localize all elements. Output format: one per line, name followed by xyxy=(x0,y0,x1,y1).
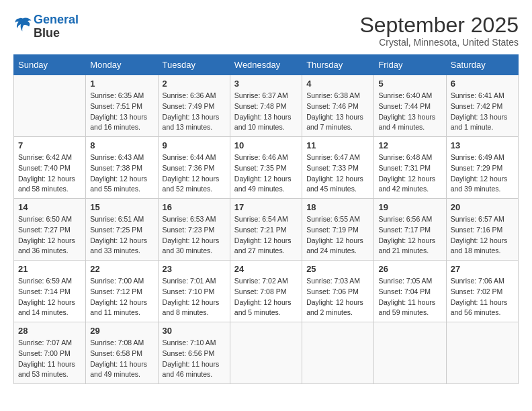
calendar-cell: 9Sunrise: 6:44 AMSunset: 7:36 PMDaylight… xyxy=(158,137,230,199)
calendar-cell xyxy=(302,322,374,384)
day-number: 9 xyxy=(163,140,226,150)
day-number: 17 xyxy=(234,202,298,212)
calendar-cell: 21Sunrise: 6:59 AMSunset: 7:14 PMDayligh… xyxy=(14,261,86,322)
calendar-cell: 23Sunrise: 7:01 AMSunset: 7:10 PMDayligh… xyxy=(158,261,230,322)
logo: General Blue xyxy=(13,13,79,40)
day-number: 2 xyxy=(163,79,226,89)
calendar-cell: 30Sunrise: 7:10 AMSunset: 6:56 PMDayligh… xyxy=(158,322,230,384)
page-subtitle: Crystal, Minnesota, United States xyxy=(359,37,519,48)
calendar-cell: 17Sunrise: 6:54 AMSunset: 7:21 PMDayligh… xyxy=(230,199,302,261)
day-info: Sunrise: 6:35 AMSunset: 7:51 PMDaylight:… xyxy=(90,91,153,133)
day-info: Sunrise: 6:51 AMSunset: 7:25 PMDaylight:… xyxy=(90,214,153,257)
logo-icon xyxy=(13,16,32,35)
day-info: Sunrise: 6:46 AMSunset: 7:35 PMDaylight:… xyxy=(234,152,298,195)
day-number: 14 xyxy=(18,202,81,212)
day-number: 12 xyxy=(378,140,441,150)
day-info: Sunrise: 7:10 AMSunset: 6:56 PMDaylight:… xyxy=(163,338,226,380)
day-number: 30 xyxy=(163,326,226,336)
calendar-cell: 10Sunrise: 6:46 AMSunset: 7:35 PMDayligh… xyxy=(230,137,302,199)
day-number: 3 xyxy=(234,79,298,89)
day-number: 16 xyxy=(163,202,226,212)
calendar-cell: 2Sunrise: 6:36 AMSunset: 7:49 PMDaylight… xyxy=(158,75,230,137)
calendar-cell xyxy=(14,75,86,137)
calendar-cell: 11Sunrise: 6:47 AMSunset: 7:33 PMDayligh… xyxy=(302,137,374,199)
calendar-week-row: 7Sunrise: 6:42 AMSunset: 7:40 PMDaylight… xyxy=(14,137,519,199)
calendar-week-row: 14Sunrise: 6:50 AMSunset: 7:27 PMDayligh… xyxy=(14,199,519,261)
calendar-cell xyxy=(230,322,302,384)
calendar-cell: 4Sunrise: 6:38 AMSunset: 7:46 PMDaylight… xyxy=(302,75,374,137)
day-info: Sunrise: 6:56 AMSunset: 7:17 PMDaylight:… xyxy=(378,214,441,257)
day-info: Sunrise: 6:53 AMSunset: 7:23 PMDaylight:… xyxy=(163,214,226,257)
day-number: 23 xyxy=(163,264,226,274)
day-number: 22 xyxy=(90,264,153,274)
header-friday: Friday xyxy=(374,55,446,75)
calendar-cell: 24Sunrise: 7:02 AMSunset: 7:08 PMDayligh… xyxy=(230,261,302,322)
day-info: Sunrise: 7:00 AMSunset: 7:12 PMDaylight:… xyxy=(90,276,153,318)
calendar-cell: 18Sunrise: 6:55 AMSunset: 7:19 PMDayligh… xyxy=(302,199,374,261)
calendar-cell: 7Sunrise: 6:42 AMSunset: 7:40 PMDaylight… xyxy=(14,137,86,199)
calendar-cell: 6Sunrise: 6:41 AMSunset: 7:42 PMDaylight… xyxy=(446,75,518,137)
day-number: 7 xyxy=(18,140,81,150)
day-number: 6 xyxy=(451,79,514,89)
day-info: Sunrise: 6:40 AMSunset: 7:44 PMDaylight:… xyxy=(378,91,441,133)
header-wednesday: Wednesday xyxy=(230,55,302,75)
calendar-table: SundayMondayTuesdayWednesdayThursdayFrid… xyxy=(13,54,519,384)
day-number: 19 xyxy=(378,202,441,212)
logo-text: General Blue xyxy=(34,13,79,40)
day-info: Sunrise: 7:01 AMSunset: 7:10 PMDaylight:… xyxy=(163,276,226,318)
day-info: Sunrise: 7:02 AMSunset: 7:08 PMDaylight:… xyxy=(234,276,298,318)
header-thursday: Thursday xyxy=(302,55,374,75)
calendar-cell xyxy=(374,322,446,384)
calendar-header-row: SundayMondayTuesdayWednesdayThursdayFrid… xyxy=(14,55,519,75)
calendar-cell: 29Sunrise: 7:08 AMSunset: 6:58 PMDayligh… xyxy=(86,322,158,384)
day-info: Sunrise: 6:37 AMSunset: 7:48 PMDaylight:… xyxy=(234,91,298,133)
day-info: Sunrise: 7:03 AMSunset: 7:06 PMDaylight:… xyxy=(306,276,369,318)
day-number: 8 xyxy=(90,140,153,150)
calendar-cell: 12Sunrise: 6:48 AMSunset: 7:31 PMDayligh… xyxy=(374,137,446,199)
day-info: Sunrise: 6:57 AMSunset: 7:16 PMDaylight:… xyxy=(451,214,514,257)
calendar-cell: 15Sunrise: 6:51 AMSunset: 7:25 PMDayligh… xyxy=(86,199,158,261)
day-info: Sunrise: 7:07 AMSunset: 7:00 PMDaylight:… xyxy=(18,338,81,380)
page-title: September 2025 xyxy=(359,13,519,37)
calendar-cell: 20Sunrise: 6:57 AMSunset: 7:16 PMDayligh… xyxy=(446,199,518,261)
header-saturday: Saturday xyxy=(446,55,518,75)
calendar-cell: 5Sunrise: 6:40 AMSunset: 7:44 PMDaylight… xyxy=(374,75,446,137)
calendar-cell: 3Sunrise: 6:37 AMSunset: 7:48 PMDaylight… xyxy=(230,75,302,137)
day-info: Sunrise: 6:49 AMSunset: 7:29 PMDaylight:… xyxy=(451,152,514,195)
calendar-cell: 27Sunrise: 7:06 AMSunset: 7:02 PMDayligh… xyxy=(446,261,518,322)
calendar-week-row: 28Sunrise: 7:07 AMSunset: 7:00 PMDayligh… xyxy=(14,322,519,384)
day-info: Sunrise: 6:44 AMSunset: 7:36 PMDaylight:… xyxy=(163,152,226,195)
day-info: Sunrise: 6:43 AMSunset: 7:38 PMDaylight:… xyxy=(90,152,153,195)
day-info: Sunrise: 6:55 AMSunset: 7:19 PMDaylight:… xyxy=(306,214,369,257)
calendar-cell: 8Sunrise: 6:43 AMSunset: 7:38 PMDaylight… xyxy=(86,137,158,199)
day-info: Sunrise: 6:54 AMSunset: 7:21 PMDaylight:… xyxy=(234,214,298,257)
day-info: Sunrise: 6:59 AMSunset: 7:14 PMDaylight:… xyxy=(18,276,81,318)
day-number: 20 xyxy=(451,202,514,212)
day-info: Sunrise: 7:05 AMSunset: 7:04 PMDaylight:… xyxy=(378,276,441,318)
day-info: Sunrise: 6:47 AMSunset: 7:33 PMDaylight:… xyxy=(306,152,369,195)
day-number: 5 xyxy=(378,79,441,89)
day-number: 25 xyxy=(306,264,369,274)
day-number: 13 xyxy=(451,140,514,150)
calendar-cell: 16Sunrise: 6:53 AMSunset: 7:23 PMDayligh… xyxy=(158,199,230,261)
day-number: 15 xyxy=(90,202,153,212)
day-info: Sunrise: 6:50 AMSunset: 7:27 PMDaylight:… xyxy=(18,214,81,257)
day-number: 18 xyxy=(306,202,369,212)
day-number: 21 xyxy=(18,264,81,274)
header-monday: Monday xyxy=(86,55,158,75)
page-header: General Blue September 2025 Crystal, Min… xyxy=(13,13,519,48)
day-number: 4 xyxy=(306,79,369,89)
day-info: Sunrise: 6:36 AMSunset: 7:49 PMDaylight:… xyxy=(163,91,226,133)
calendar-cell: 25Sunrise: 7:03 AMSunset: 7:06 PMDayligh… xyxy=(302,261,374,322)
calendar-cell: 26Sunrise: 7:05 AMSunset: 7:04 PMDayligh… xyxy=(374,261,446,322)
day-info: Sunrise: 7:06 AMSunset: 7:02 PMDaylight:… xyxy=(451,276,514,318)
day-number: 11 xyxy=(306,140,369,150)
calendar-cell: 1Sunrise: 6:35 AMSunset: 7:51 PMDaylight… xyxy=(86,75,158,137)
header-tuesday: Tuesday xyxy=(158,55,230,75)
day-number: 28 xyxy=(18,326,81,336)
header-sunday: Sunday xyxy=(14,55,86,75)
day-info: Sunrise: 6:41 AMSunset: 7:42 PMDaylight:… xyxy=(451,91,514,133)
calendar-week-row: 1Sunrise: 6:35 AMSunset: 7:51 PMDaylight… xyxy=(14,75,519,137)
day-number: 26 xyxy=(378,264,441,274)
calendar-cell: 22Sunrise: 7:00 AMSunset: 7:12 PMDayligh… xyxy=(86,261,158,322)
